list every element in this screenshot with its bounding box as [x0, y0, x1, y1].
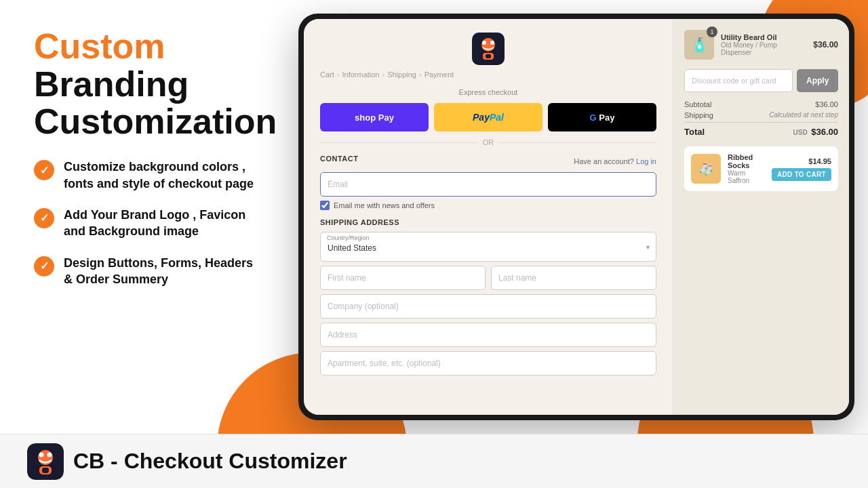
breadcrumb-sep-2: › — [382, 70, 384, 79]
upsell-info: Ribbed Socks Warm Saffron — [728, 153, 765, 184]
tablet-screen: Cart › Information › Shipping › Payment … — [304, 19, 849, 415]
apartment-input[interactable] — [320, 351, 656, 375]
breadcrumb-payment[interactable]: Payment — [425, 70, 454, 79]
breadcrumb-shipping[interactable]: Shipping — [387, 70, 416, 79]
add-to-cart-button[interactable]: ADD TO CART — [772, 168, 831, 181]
chevron-down-icon: ▾ — [646, 243, 650, 251]
bottom-bar: CB - Checkout Customizer — [0, 434, 868, 488]
email-input[interactable] — [320, 172, 656, 197]
feature-list: Customize background colors , fonts and … — [34, 159, 264, 287]
name-row — [320, 266, 656, 290]
branding-heading: Branding — [34, 66, 264, 103]
shipping-line: Shipping Calculated at next step — [684, 111, 838, 119]
log-in-link[interactable]: Log in — [636, 157, 656, 165]
express-checkout-label: Express checkout — [320, 88, 656, 96]
have-account-text: Have an account? Log in — [574, 157, 656, 165]
check-icon-3 — [34, 256, 54, 277]
shoppay-button[interactable]: shop Pay — [320, 103, 429, 131]
svg-point-3 — [490, 41, 494, 45]
upsell-image: 🧦 — [691, 154, 721, 184]
email-consent-label: Email me with news and offers — [334, 201, 435, 209]
email-consent-checkbox[interactable] — [320, 201, 330, 210]
last-name-input[interactable] — [491, 266, 656, 290]
breadcrumb-cart[interactable]: Cart — [320, 70, 334, 79]
contact-section-title: CONTACT — [320, 155, 358, 163]
breadcrumb-sep-3: › — [419, 70, 422, 79]
upsell-price: $14.95 — [808, 157, 831, 165]
feature-text-2: Add Your Brand Logo , Favicon and Backgr… — [64, 207, 264, 240]
check-icon-2 — [34, 208, 54, 228]
feature-text-1: Customize background colors , fonts and … — [64, 159, 264, 192]
svg-rect-11 — [42, 468, 49, 473]
svg-rect-5 — [486, 54, 491, 58]
country-value[interactable]: United States — [320, 232, 656, 262]
gpay-button[interactable]: G Pay — [548, 103, 656, 131]
total-currency: USD — [793, 129, 807, 136]
order-summary: 🧴 1 Utility Beard Oil Old Money / Pump D… — [673, 19, 849, 415]
product-image: 🧴 1 — [684, 30, 714, 60]
subtotal-label: Subtotal — [684, 100, 711, 108]
feature-text-3: Design Buttons, Forms, Headers & Order S… — [64, 255, 264, 288]
svg-point-8 — [39, 452, 44, 457]
total-value: $36.00 — [811, 127, 838, 137]
address-input[interactable] — [320, 323, 656, 347]
shipping-label: Shipping — [684, 111, 713, 119]
svg-point-2 — [482, 41, 486, 45]
breadcrumb-sep-1: › — [337, 70, 340, 79]
checkout-logo-area — [320, 33, 656, 65]
shipping-section-title: SHIPPING ADDRESS — [320, 218, 656, 226]
contact-header-row: CONTACT Have an account? Log in — [320, 155, 656, 168]
first-name-input[interactable] — [320, 266, 486, 290]
product-price: $36.00 — [813, 40, 838, 49]
tablet-frame: Cart › Information › Shipping › Payment … — [298, 14, 854, 420]
upsell-variant: Warm Saffron — [728, 169, 765, 184]
breadcrumb-information[interactable]: Information — [342, 70, 379, 79]
custom-heading: Custom — [34, 27, 264, 66]
feature-item-1: Customize background colors , fonts and … — [34, 159, 264, 192]
breadcrumb: Cart › Information › Shipping › Payment — [320, 70, 656, 79]
product-name: Utility Beard Oil — [721, 33, 806, 41]
feature-item-2: Add Your Brand Logo , Favicon and Backgr… — [34, 207, 264, 240]
country-wrapper: Country/Region United States ▾ — [320, 232, 656, 262]
app-title: CB - Checkout Customizer — [73, 449, 347, 474]
check-icon-1 — [34, 160, 54, 180]
discount-input[interactable] — [684, 69, 793, 92]
apply-button[interactable]: Apply — [797, 69, 838, 92]
total-value-group: USD $36.00 — [793, 127, 838, 137]
product-info: Utility Beard Oil Old Money / Pump Dispe… — [721, 33, 806, 56]
subtotal-line: Subtotal $36.00 — [684, 100, 838, 108]
app-logo — [27, 443, 64, 480]
company-input[interactable] — [320, 294, 656, 319]
product-quantity-badge: 1 — [707, 26, 717, 37]
upsell-name: Ribbed Socks — [728, 153, 765, 169]
total-label: Total — [684, 127, 705, 137]
svg-point-9 — [47, 452, 52, 457]
product-variant: Old Money / Pump Dispenser — [721, 41, 806, 56]
express-buttons: shop Pay PayPal G Pay — [320, 103, 656, 131]
shipping-value: Calculated at next step — [769, 111, 838, 119]
customization-heading: Customization — [34, 103, 264, 140]
feature-item-3: Design Buttons, Forms, Headers & Order S… — [34, 255, 264, 288]
total-line: Total USD $36.00 — [684, 122, 838, 137]
checkout-main[interactable]: Cart › Information › Shipping › Payment … — [304, 19, 673, 415]
or-divider: OR — [320, 138, 656, 146]
upsell-right: $14.95 ADD TO CART — [772, 157, 831, 181]
product-row: 🧴 1 Utility Beard Oil Old Money / Pump D… — [684, 30, 838, 60]
subtotal-value: $36.00 — [815, 100, 838, 108]
country-label: Country/Region — [327, 235, 370, 241]
store-logo — [472, 33, 505, 65]
upsell-card: 🧦 Ribbed Socks Warm Saffron $14.95 ADD T… — [684, 146, 838, 191]
left-panel: Custom Branding Customization Customize … — [0, 0, 292, 441]
paypal-button[interactable]: PayPal — [434, 103, 542, 131]
discount-row: Apply — [684, 69, 838, 92]
email-consent-row: Email me with news and offers — [320, 201, 656, 210]
